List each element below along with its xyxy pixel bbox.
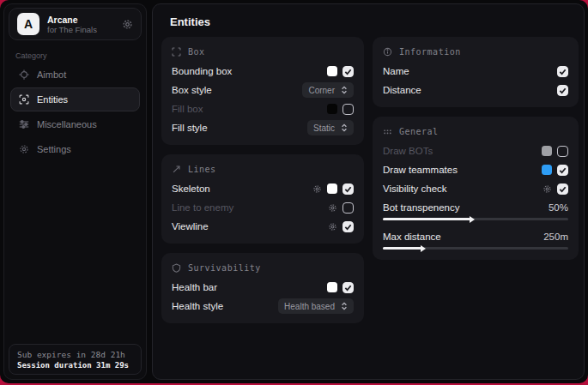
sidebar-nav: Aimbot Entities <box>10 63 140 162</box>
sidebar-item-label: Settings <box>37 144 71 154</box>
info-icon <box>383 47 392 57</box>
max-distance-slider-group: Max distance 250m <box>383 229 568 250</box>
gear-icon[interactable] <box>328 203 337 213</box>
sidebar-item-label: Aimbot <box>37 69 66 80</box>
color-swatch[interactable] <box>327 282 337 292</box>
setting-row-fill-box: Fill box <box>172 99 354 118</box>
chevron-up-down-icon <box>341 302 348 310</box>
section-title: Lines <box>188 165 216 174</box>
app-window: A Arcane for The Finals Category <box>0 0 588 383</box>
setting-row-health-style: Health style Health based <box>172 297 354 316</box>
diagonal-line-icon <box>172 165 181 174</box>
crosshair-icon <box>19 69 29 80</box>
section-title: Box <box>188 47 205 57</box>
health-style-dropdown[interactable]: Health based <box>278 298 354 314</box>
slider-fill[interactable] <box>383 218 470 220</box>
category-label: Category <box>15 51 47 60</box>
sub-expiry-text: Sub expires in 28d 21h <box>17 350 133 359</box>
chevron-up-down-icon <box>341 86 348 94</box>
color-swatch[interactable] <box>327 66 337 76</box>
lines-card-header: Lines <box>172 162 354 176</box>
checkbox[interactable] <box>342 104 354 115</box>
section-title: General <box>399 127 439 136</box>
gear-icon[interactable] <box>543 184 552 194</box>
bot-transparency-value: 50% <box>549 202 568 213</box>
main-panel: Entities Box Bounding box <box>152 3 585 380</box>
brand-text: Arcane for The Finals <box>47 15 97 34</box>
color-swatch[interactable] <box>327 104 337 114</box>
box-card-header: Box <box>172 45 354 58</box>
checkbox[interactable] <box>557 146 568 157</box>
app-name: Arcane <box>47 15 97 25</box>
subscription-info-box: Sub expires in 28d 21h Session duration … <box>9 344 142 375</box>
left-column: Box Bounding box Box style Corner <box>161 37 364 323</box>
check-icon <box>559 68 567 75</box>
checkbox[interactable] <box>557 66 568 77</box>
checkbox[interactable] <box>342 202 354 214</box>
setting-row-name: Name <box>383 62 568 81</box>
setting-row-box-style: Box style Corner <box>172 81 354 99</box>
sidebar-item-label: Entities <box>37 94 68 105</box>
gear-icon[interactable] <box>328 222 337 232</box>
sidebar-item-settings[interactable]: Settings <box>10 137 140 161</box>
box-style-dropdown[interactable]: Corner <box>302 82 354 98</box>
setting-row-health-bar: Health bar <box>172 278 354 297</box>
box-card: Box Bounding box Box style Corner <box>161 37 364 145</box>
sliders-icon <box>19 119 29 129</box>
general-card-header: General <box>383 124 568 138</box>
survivability-card-header: Survivability <box>172 261 354 274</box>
checkbox[interactable] <box>342 221 354 232</box>
session-duration-text: Session duration 31m 29s <box>17 361 133 370</box>
check-icon <box>344 284 352 292</box>
color-swatch[interactable] <box>542 146 552 156</box>
color-swatch[interactable] <box>327 183 337 194</box>
checkbox[interactable] <box>557 165 568 176</box>
checkbox[interactable] <box>342 282 354 293</box>
setting-row-viewline: Viewline <box>172 217 354 236</box>
checkbox[interactable] <box>557 85 568 96</box>
checkbox[interactable] <box>342 66 354 77</box>
sidebar: A Arcane for The Finals Category <box>3 3 147 380</box>
scan-box-icon <box>19 94 29 105</box>
setting-row-bounding-box: Bounding box <box>172 62 354 81</box>
setting-row-distance: Distance <box>383 81 568 99</box>
brand-card: A Arcane for The Finals <box>9 8 142 40</box>
checkbox[interactable] <box>342 183 354 195</box>
information-card-header: Information <box>383 45 568 58</box>
max-distance-value: 250m <box>543 232 568 242</box>
lines-card: Lines Skeleton Line to en <box>161 154 364 244</box>
checkbox[interactable] <box>557 183 568 195</box>
check-icon <box>344 223 352 231</box>
section-title: Information <box>399 47 461 57</box>
sidebar-item-entities[interactable]: Entities <box>10 87 140 111</box>
bot-transparency-slider[interactable] <box>383 218 568 220</box>
slider-fill[interactable] <box>383 247 421 250</box>
page-title: Entities <box>170 15 210 28</box>
color-swatch[interactable] <box>542 165 552 175</box>
gear-icon[interactable] <box>312 184 322 194</box>
section-title: Survivability <box>188 263 261 273</box>
check-icon <box>344 185 352 193</box>
setting-row-skeleton: Skeleton <box>172 179 354 198</box>
check-icon <box>559 87 567 94</box>
app-logo: A <box>17 13 39 35</box>
chevron-up-down-icon <box>341 123 348 132</box>
app-subtitle: for The Finals <box>47 25 97 34</box>
fill-style-dropdown[interactable]: Static <box>307 120 354 135</box>
setting-row-fill-style: Fill style Static <box>172 118 354 137</box>
sidebar-item-label: Miscellaneous <box>37 119 97 129</box>
setting-row-line-to-enemy: Line to enemy <box>172 198 354 217</box>
information-card: Information Name Distance <box>373 37 579 107</box>
setting-row-draw-teammates: Draw teammates <box>383 160 568 179</box>
shield-icon <box>172 263 181 273</box>
setting-row-visibility-check: Visibility check <box>383 179 568 198</box>
check-icon <box>344 68 352 75</box>
check-icon <box>559 185 567 193</box>
gear-icon[interactable] <box>122 19 133 30</box>
max-distance-slider[interactable] <box>383 247 568 250</box>
general-card: General Draw BOTs Draw teammates <box>373 117 579 260</box>
survivability-card: Survivability Health bar Health style He… <box>161 253 364 323</box>
check-icon <box>559 166 567 174</box>
sidebar-item-miscellaneous[interactable]: Miscellaneous <box>10 112 140 136</box>
sidebar-item-aimbot[interactable]: Aimbot <box>10 63 140 87</box>
